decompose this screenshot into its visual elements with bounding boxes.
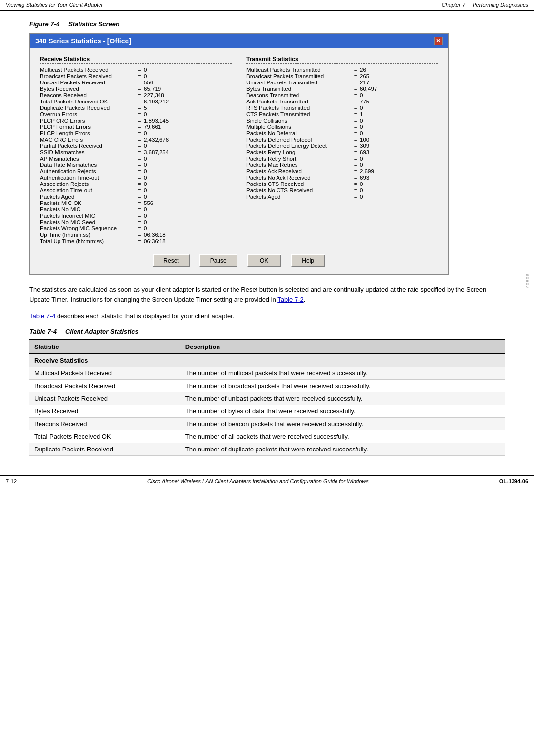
transmit-stat-row: RTS Packets Transmitted=0 xyxy=(246,105,438,111)
receive-stat-row: Up Time (hh:mm:ss)=06:36:18 xyxy=(40,232,232,238)
receive-stat-row: Total Packets Received OK=6,193,212 xyxy=(40,99,232,104)
transmit-stat-name: RTS Packets Transmitted xyxy=(246,105,351,111)
transmit-stat-eq: = xyxy=(351,143,360,149)
receive-stat-eq: = xyxy=(135,175,144,181)
receive-stat-eq: = xyxy=(135,181,144,187)
receive-stat-eq: = xyxy=(135,149,144,155)
receive-stat-row: Multicast Packets Received=0 xyxy=(40,67,232,73)
transmit-stat-row: Ack Packets Transmitted=775 xyxy=(246,99,438,104)
receive-stat-eq: = xyxy=(135,118,144,123)
ok-button[interactable]: OK xyxy=(247,254,281,267)
receive-stat-value: 2,432,676 xyxy=(144,137,169,143)
transmit-stat-name: Packets Retry Long xyxy=(246,149,351,155)
dialog-buttons: Reset Pause OK Help xyxy=(40,250,438,267)
table-row: Broadcast Packets ReceivedThe number of … xyxy=(29,380,505,392)
receive-stat-row: Unicast Packets Received=556 xyxy=(40,80,232,85)
table-7-4-link[interactable]: Table 7-4 xyxy=(29,312,55,320)
receive-stat-name: SSID Mismatches xyxy=(40,149,135,155)
receive-stat-name: Multicast Packets Received xyxy=(40,67,135,73)
transmit-stat-value: 217 xyxy=(360,80,369,85)
receive-stat-value: 0 xyxy=(144,219,147,225)
transmit-stat-name: Packets Deferred Energy Detect xyxy=(246,143,351,149)
receive-stat-value: 0 xyxy=(144,175,147,181)
transmit-stat-value: 26 xyxy=(360,67,366,73)
receive-stats-list: Multicast Packets Received=0Broadcast Pa… xyxy=(40,67,232,244)
transmit-stat-name: Packets Retry Short xyxy=(246,156,351,162)
table-label: Table 7-4 Client Adapter Statistics xyxy=(29,328,505,335)
transmit-stat-eq: = xyxy=(351,92,360,98)
receive-stat-value: 0 xyxy=(144,206,147,212)
receive-stat-row: Packets Aged=0 xyxy=(40,194,232,200)
transmit-stat-value: 265 xyxy=(360,73,369,79)
transmit-stat-name: Multiple Collisions xyxy=(246,124,351,130)
receive-stat-name: Up Time (hh:mm:ss) xyxy=(40,232,135,238)
body-paragraph-2: Table 7-4 describes each statistic that … xyxy=(29,311,505,321)
receive-stat-row: Beacons Received=227,348 xyxy=(40,92,232,98)
transmit-stat-row: Multicast Packets Transmitted=26 xyxy=(246,67,438,73)
transmit-stat-value: 0 xyxy=(360,105,363,111)
transmit-stat-name: Beacons Transmitted xyxy=(246,92,351,98)
receive-stat-eq: = xyxy=(135,80,144,85)
transmit-stat-eq: = xyxy=(351,149,360,155)
transmit-stat-name: Ack Packets Transmitted xyxy=(246,99,351,104)
receive-stat-value: 0 xyxy=(144,130,147,136)
receive-stat-name: Duplicate Packets Received xyxy=(40,105,135,111)
table-cell-desc: The number of duplicate packets that wer… xyxy=(180,443,505,456)
receive-stat-value: 0 xyxy=(144,73,147,79)
transmit-stat-row: Packets Max Retries=0 xyxy=(246,162,438,168)
transmit-stat-name: Packets Aged xyxy=(246,194,351,200)
page-content: Figure 7-4 Statistics Screen 340 Series … xyxy=(0,11,534,466)
transmit-stat-row: Packets Retry Long=693 xyxy=(246,149,438,155)
receive-stat-name: Data Rate Mismatches xyxy=(40,162,135,168)
col-statistic: Statistic xyxy=(29,340,180,354)
receive-stat-row: Packets MIC OK=556 xyxy=(40,200,232,206)
receive-stat-name: Authentication Time-out xyxy=(40,175,135,181)
pause-button[interactable]: Pause xyxy=(199,254,237,267)
receive-stat-value: 79,661 xyxy=(144,124,161,130)
transmit-stat-eq: = xyxy=(351,162,360,168)
client-adapter-statistics-table: Statistic Description Receive Statistics… xyxy=(29,339,505,456)
table-7-2-link[interactable]: Table 7-2 xyxy=(277,296,303,303)
receive-stat-eq: = xyxy=(135,67,144,73)
receive-stat-row: PLCP CRC Errors=1,893,145 xyxy=(40,118,232,123)
receive-stat-eq: = xyxy=(135,206,144,212)
receive-stat-name: Packets No MIC xyxy=(40,206,135,212)
receive-stat-row: Association Rejects=0 xyxy=(40,181,232,187)
transmit-stat-row: Unicast Packets Transmitted=217 xyxy=(246,80,438,85)
transmit-stat-eq: = xyxy=(351,99,360,104)
table-body: Receive StatisticsMulticast Packets Rece… xyxy=(29,354,505,456)
transmit-stat-eq: = xyxy=(351,175,360,181)
reset-button[interactable]: Reset xyxy=(153,254,189,267)
receive-stat-row: Packets Incorrect MIC=0 xyxy=(40,213,232,219)
transmit-stat-row: Packets Deferred Protocol=100 xyxy=(246,137,438,143)
transmit-stat-value: 2,699 xyxy=(360,168,374,174)
transmit-stat-eq: = xyxy=(351,73,360,79)
transmit-stat-eq: = xyxy=(351,181,360,187)
transmit-stat-row: Multiple Collisions=0 xyxy=(246,124,438,130)
transmit-stat-eq: = xyxy=(351,187,360,193)
receive-stat-value: 556 xyxy=(144,200,153,206)
receive-stat-row: PLCP Length Errors=0 xyxy=(40,130,232,136)
table-cell-desc: The number of all packets that were rece… xyxy=(180,430,505,443)
receive-stat-row: Association Time-out=0 xyxy=(40,187,232,193)
receive-stat-eq: = xyxy=(135,194,144,200)
receive-stat-name: Partial Packets Received xyxy=(40,143,135,149)
transmit-stat-name: Packets CTS Received xyxy=(246,181,351,187)
receive-stat-eq: = xyxy=(135,73,144,79)
receive-stat-row: Packets No MIC=0 xyxy=(40,206,232,212)
receive-stat-eq: = xyxy=(135,130,144,136)
transmit-stat-eq: = xyxy=(351,137,360,143)
transmit-stat-name: CTS Packets Transmitted xyxy=(246,111,351,117)
help-button[interactable]: Help xyxy=(291,254,325,267)
dialog-close-button[interactable]: ✕ xyxy=(434,37,443,45)
statistics-dialog: 340 Series Statistics - [Office] ✕ Recei… xyxy=(29,33,449,275)
receive-stat-eq: = xyxy=(135,200,144,206)
receive-stat-name: Packets Wrong MIC Sequence xyxy=(40,225,135,231)
receive-stat-name: Bytes Received xyxy=(40,86,135,92)
table-row: Total Packets Received OKThe number of a… xyxy=(29,430,505,443)
transmit-stat-value: 693 xyxy=(360,149,369,155)
receive-stat-eq: = xyxy=(135,187,144,193)
receive-stat-eq: = xyxy=(135,105,144,111)
receive-stat-eq: = xyxy=(135,162,144,168)
table-cell-desc: The number of unicast packets that were … xyxy=(180,392,505,405)
